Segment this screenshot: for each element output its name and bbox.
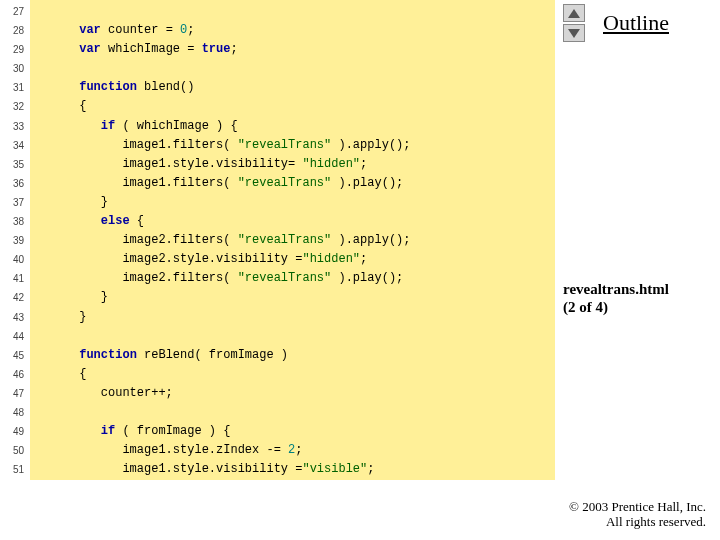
- code-line: }: [36, 308, 555, 327]
- code-panel: 2728293031323334353637383940414243444546…: [0, 0, 555, 480]
- code-line: var whichImage = true;: [36, 40, 555, 59]
- code-line: [36, 59, 555, 78]
- code-line: image2.style.visibility ="hidden";: [36, 250, 555, 269]
- code-line: [36, 327, 555, 346]
- footer-line2: All rights reserved.: [569, 514, 706, 530]
- line-number: 48: [0, 403, 30, 422]
- code-line: counter++;: [36, 384, 555, 403]
- code-line: }: [36, 288, 555, 307]
- footer-line1: © 2003 Prentice Hall, Inc.: [569, 499, 706, 515]
- code-line: image1.style.zIndex -= 2;: [36, 441, 555, 460]
- line-number: 43: [0, 308, 30, 327]
- line-number: 38: [0, 212, 30, 231]
- line-number: 28: [0, 21, 30, 40]
- line-number: 31: [0, 78, 30, 97]
- prev-slide-button[interactable]: [563, 4, 585, 22]
- line-number: 45: [0, 346, 30, 365]
- line-number: 34: [0, 136, 30, 155]
- code-line: function reBlend( fromImage ): [36, 346, 555, 365]
- slide-caption: revealtrans.html (2 of 4): [563, 280, 669, 316]
- line-number: 49: [0, 422, 30, 441]
- line-number: 30: [0, 59, 30, 78]
- code-line: function blend(): [36, 78, 555, 97]
- code-content: var counter = 0; var whichImage = true; …: [30, 0, 555, 480]
- code-line: if ( fromImage ) {: [36, 422, 555, 441]
- code-line: image2.filters( "revealTrans" ).apply();: [36, 231, 555, 250]
- code-line: image1.style.visibility= "hidden";: [36, 155, 555, 174]
- code-line: image1.filters( "revealTrans" ).apply();: [36, 136, 555, 155]
- line-number: 51: [0, 460, 30, 479]
- line-number: 42: [0, 288, 30, 307]
- caption-title: revealtrans.html: [563, 280, 669, 298]
- line-number: 32: [0, 97, 30, 116]
- outline-link[interactable]: Outline: [603, 10, 669, 36]
- line-number: 44: [0, 327, 30, 346]
- code-line: image1.style.visibility ="visible";: [36, 460, 555, 479]
- line-number: 46: [0, 365, 30, 384]
- line-number: 29: [0, 40, 30, 59]
- triangle-up-icon: [568, 9, 580, 18]
- line-number: 50: [0, 441, 30, 460]
- line-number: 33: [0, 117, 30, 136]
- code-line: image2.filters( "revealTrans" ).play();: [36, 269, 555, 288]
- next-slide-button[interactable]: [563, 24, 585, 42]
- line-number: 27: [0, 2, 30, 21]
- line-number: 36: [0, 174, 30, 193]
- code-line: [36, 403, 555, 422]
- line-number: 35: [0, 155, 30, 174]
- slide: 2728293031323334353637383940414243444546…: [0, 0, 720, 480]
- line-number-gutter: 2728293031323334353637383940414243444546…: [0, 0, 30, 480]
- code-line: {: [36, 97, 555, 116]
- code-line: }: [36, 193, 555, 212]
- nav-buttons: [563, 4, 585, 42]
- line-number: 40: [0, 250, 30, 269]
- line-number: 39: [0, 231, 30, 250]
- code-line: image1.filters( "revealTrans" ).play();: [36, 174, 555, 193]
- code-line: if ( whichImage ) {: [36, 117, 555, 136]
- triangle-down-icon: [568, 29, 580, 38]
- line-number: 37: [0, 193, 30, 212]
- code-line: [36, 2, 555, 21]
- code-line: var counter = 0;: [36, 21, 555, 40]
- side-panel: Outline revealtrans.html (2 of 4): [555, 0, 720, 480]
- code-line: {: [36, 365, 555, 384]
- caption-sub: (2 of 4): [563, 298, 669, 316]
- copyright-footer: © 2003 Prentice Hall, Inc. All rights re…: [569, 499, 706, 530]
- code-line: else {: [36, 212, 555, 231]
- line-number: 47: [0, 384, 30, 403]
- line-number: 41: [0, 269, 30, 288]
